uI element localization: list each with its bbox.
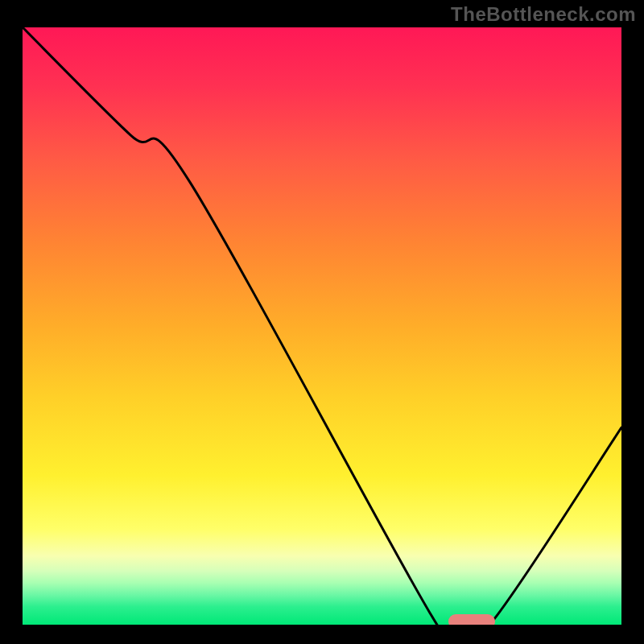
plot-area: [23, 27, 621, 625]
chart-frame: TheBottleneck.com: [0, 0, 644, 644]
attribution-text: TheBottleneck.com: [451, 3, 636, 26]
bottleneck-curve: [23, 27, 621, 625]
optimal-marker: [448, 614, 495, 625]
